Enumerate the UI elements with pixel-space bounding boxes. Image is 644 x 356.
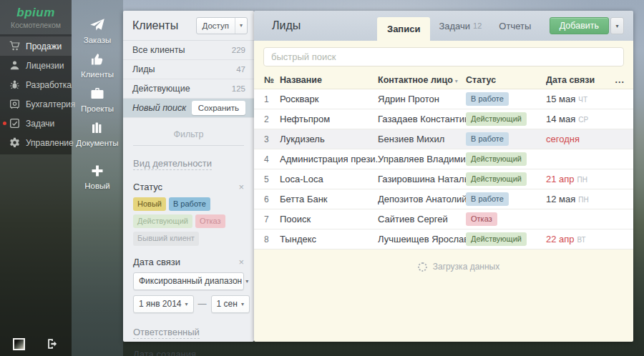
filter-group-label: Дата связи xyxy=(133,257,180,267)
range-type-select[interactable]: Фиксированный диапазон ▾ xyxy=(133,272,244,290)
contact-person: Бензиев Михил xyxy=(378,134,466,144)
contact-date: 22 апр xyxy=(546,234,575,244)
column-header-status[interactable]: Статус xyxy=(466,75,546,85)
user-avatar[interactable] xyxy=(13,338,25,350)
sidebar-item-label: Управление xyxy=(26,138,74,148)
table-row[interactable]: 3 Лукдизель Бензиев Михил В работе сегод… xyxy=(254,129,633,149)
access-button-label: Доступ xyxy=(197,18,235,34)
briefcase-icon xyxy=(89,86,105,102)
activity-type-filter-link[interactable]: Вид деятельности xyxy=(133,158,212,170)
sidebar-item-new[interactable]: Новый xyxy=(84,163,110,190)
leads-panel: Лиды Записи Задачи12 Отчеты Добавить ▾ №… xyxy=(254,11,633,342)
column-header-num[interactable]: № xyxy=(264,75,280,85)
sidebar-item-orders[interactable]: Заказы xyxy=(84,17,111,44)
table-row[interactable]: 8 Тындекс Лучшеищев Ярослав Действующий … xyxy=(254,229,633,249)
row-number: 1 xyxy=(264,94,280,104)
sidebar-item-label: Клиенты xyxy=(81,70,114,79)
sidebar-item-clients[interactable]: Клиенты xyxy=(81,51,114,79)
chevron-down-icon: ▾ xyxy=(241,301,244,307)
filter-input[interactable] xyxy=(133,125,244,146)
status-tag[interactable]: Действующий xyxy=(133,214,192,228)
chevron-down-icon: ▾ xyxy=(245,278,248,285)
loading-text: Загрузка данных xyxy=(433,262,499,272)
contact-date: 21 апр xyxy=(546,174,575,184)
sidebar-item-documents[interactable]: Документы xyxy=(76,120,118,147)
row-number: 3 xyxy=(264,134,280,144)
filter-group-label: Статус xyxy=(133,182,162,192)
loading-indicator: Загрузка данных xyxy=(284,262,633,272)
table-row[interactable]: 1 Роскварк Ядрин Протон В работе 15 маяЧ… xyxy=(254,89,633,109)
record-count: 47 xyxy=(236,65,245,74)
quick-search-input[interactable] xyxy=(263,47,624,66)
table-row[interactable]: 2 Нефтьпром Газадаев Константин Действую… xyxy=(254,109,633,129)
filter-group-label: Дата создания xyxy=(133,349,244,356)
save-search-button[interactable]: Сохранить xyxy=(192,101,245,115)
status-tags: Новый В работе Действующий Отказ Бывший … xyxy=(133,197,244,246)
row-number: 5 xyxy=(264,174,280,184)
table-row[interactable]: 6 Бетта Банк Депозитов Анатолий В работе… xyxy=(254,189,633,209)
contact-person: Газадаев Константин xyxy=(378,114,466,124)
date-from-select[interactable]: 1 янв 2014 ▾ xyxy=(133,295,194,313)
tab-count-badge: 12 xyxy=(473,21,482,30)
new-search-row[interactable]: Новый поиск Сохранить xyxy=(123,99,254,118)
created-date-filter-group: Дата создания Текущий месяц ▾ xyxy=(133,349,244,356)
row-number: 6 xyxy=(264,194,280,204)
range-dash: — xyxy=(198,299,207,309)
column-header-contact[interactable]: Контактное лицо▾ xyxy=(378,75,466,85)
status-tag[interactable]: В работе xyxy=(169,197,210,211)
saved-search-active[interactable]: Действующие 125 xyxy=(123,79,254,99)
table-header: № Название Контактное лицо▾ Статус Дата … xyxy=(254,71,633,89)
sidebar-item-projects[interactable]: Проекты xyxy=(81,86,114,113)
status-badge: Действующий xyxy=(466,152,527,166)
add-button[interactable]: Добавить xyxy=(550,17,609,34)
responsible-filter-link[interactable]: Ответственный xyxy=(133,327,200,339)
section-sidebar: Заказы Клиенты Проекты Документы Новый xyxy=(72,0,123,356)
saved-search-label: Все клиенты xyxy=(132,45,185,55)
organization-name: Космотелеком xyxy=(3,21,69,29)
sidebar-item-licenses[interactable]: Лицензии xyxy=(0,56,72,75)
contact-date: 15 мая xyxy=(546,94,575,104)
contact-person: Ядрин Протон xyxy=(378,94,466,104)
chevron-down-icon[interactable]: ▾ xyxy=(235,18,247,34)
logout-icon[interactable] xyxy=(46,337,59,350)
panel-title: Клиенты xyxy=(132,19,178,32)
books-icon xyxy=(89,120,105,136)
weekday-label: ЧТ xyxy=(578,96,587,104)
logo-block: bpium Космотелеком xyxy=(0,0,72,34)
tab-records[interactable]: Записи xyxy=(377,17,430,41)
weekday-label: ПН xyxy=(577,176,587,184)
contact-date: 14 мая xyxy=(546,114,575,124)
sidebar-item-management[interactable]: Управление xyxy=(0,133,72,152)
weekday-label: СР xyxy=(578,116,588,124)
close-icon[interactable]: × xyxy=(238,257,244,267)
date-to-select[interactable]: 1 сен ▾ xyxy=(211,295,250,313)
sidebar-item-development[interactable]: Разработка xyxy=(0,75,72,94)
sidebar-item-label: Новый xyxy=(84,182,110,190)
clients-panel-header: Клиенты Доступ ▾ xyxy=(123,11,254,41)
tab-reports[interactable]: Отчеты xyxy=(490,11,540,41)
status-tag[interactable]: Новый xyxy=(133,197,166,211)
column-header-date[interactable]: Дата связи xyxy=(546,75,603,85)
status-tag[interactable]: Отказ xyxy=(195,214,225,228)
table-row[interactable]: 5 Loca-Loca Газировшина Наталья Действую… xyxy=(254,169,633,189)
add-dropdown-button[interactable]: ▾ xyxy=(610,17,624,34)
contact-person: Депозитов Анатолий xyxy=(378,194,466,204)
table-row[interactable]: 7 Пооиск Сайтиев Сергей Отказ xyxy=(254,209,633,229)
saved-search-all-clients[interactable]: Все клиенты 229 xyxy=(123,41,254,60)
column-header-name[interactable]: Название xyxy=(280,75,378,85)
sidebar-item-accounting[interactable]: Бухгалтерия xyxy=(0,94,72,114)
company-name: Нефтьпром xyxy=(280,114,378,124)
sidebar-item-tasks[interactable]: Задачи xyxy=(0,114,72,133)
tab-tasks[interactable]: Задачи12 xyxy=(430,11,490,41)
saved-search-label: Действующие xyxy=(132,84,190,94)
close-icon[interactable]: × xyxy=(238,182,244,192)
status-tag[interactable]: Бывший клиент xyxy=(133,232,199,245)
saved-search-leads[interactable]: Лиды 47 xyxy=(123,60,254,79)
notification-dot xyxy=(3,122,6,125)
access-button[interactable]: Доступ ▾ xyxy=(196,17,248,34)
new-search-label: Новый поиск xyxy=(132,103,186,113)
more-columns-button[interactable]: ... xyxy=(603,75,625,85)
check-square-icon xyxy=(9,118,20,129)
sidebar-item-sales[interactable]: Продажи xyxy=(0,36,72,56)
table-row[interactable]: 4 Администрация прези... Управляев Влади… xyxy=(254,149,633,169)
